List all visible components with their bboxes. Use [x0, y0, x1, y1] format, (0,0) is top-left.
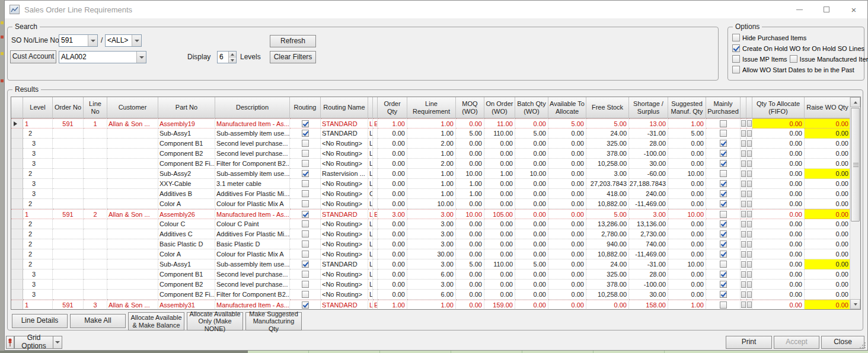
- scroll-up-button[interactable]: [850, 97, 860, 107]
- raise_wo_qty-cell[interactable]: 0.00: [805, 169, 851, 179]
- row-selector[interactable]: [11, 118, 23, 129]
- row-selector[interactable]: [11, 149, 23, 159]
- column-header-batch_qty_wo[interactable]: Batch Qty (WO): [515, 97, 548, 118]
- routing-checkbox[interactable]: [302, 140, 309, 147]
- routing-checkbox[interactable]: [302, 180, 309, 187]
- column-header-line_requirement[interactable]: Line Requirement: [407, 97, 456, 118]
- mainly-purchased-checkbox[interactable]: [720, 200, 727, 207]
- mainly-purchased-checkbox[interactable]: [720, 220, 727, 227]
- table-row[interactable]: 3Component B2 Fi...Filter for Component …: [11, 290, 860, 300]
- column-header-suggested_manuf_qty[interactable]: Suggested Manuf. Qty: [668, 97, 706, 118]
- option-issue-items[interactable]: Issue MP Items Issue Manufactured Items: [732, 55, 868, 63]
- row-selector[interactable]: [11, 259, 23, 269]
- table-row[interactable]: 2Sub-Assy1Sub-assembly item use...STANDA…: [11, 259, 860, 269]
- qty_to_allocate-cell[interactable]: 0.00: [752, 169, 805, 179]
- levels-spinner[interactable]: 6: [217, 51, 237, 63]
- routing-checkbox[interactable]: [302, 240, 309, 248]
- line-no-dropdown-button[interactable]: [132, 35, 141, 46]
- routing-checkbox[interactable]: [302, 211, 309, 218]
- mainly-purchased-checkbox[interactable]: [720, 170, 727, 177]
- table-row[interactable]: 2Color AColour for Plastic Mix A<No Rout…: [11, 199, 860, 209]
- column-header-moq_wo[interactable]: MOQ (WO): [456, 97, 484, 118]
- table-row[interactable]: 2Color AColour for Plastic Mix A<No Rout…: [11, 249, 860, 259]
- routing-checkbox[interactable]: [302, 200, 309, 207]
- table-row[interactable]: 15912Allan & Son ...Assembly26Manufactur…: [11, 209, 860, 219]
- close-button[interactable]: ×: [840, 1, 867, 18]
- spinner-up-button[interactable]: [229, 52, 236, 57]
- row-selector[interactable]: [11, 280, 23, 290]
- routing-checkbox[interactable]: [302, 160, 309, 167]
- vertical-scrollbar[interactable]: [850, 97, 860, 309]
- routing-checkbox[interactable]: [302, 170, 309, 177]
- raise_wo_qty-cell[interactable]: 0.00: [805, 259, 851, 269]
- mainly-purchased-checkbox[interactable]: [720, 130, 727, 137]
- table-row[interactable]: 2Additives CAdditives For Plastic Mi...<…: [11, 229, 860, 239]
- mainly-purchased-checkbox[interactable]: [720, 301, 727, 309]
- make-suggested-manufacturing-qty-button[interactable]: Make Suggested Manufacturing Qty: [245, 312, 302, 330]
- option-hide-purchased[interactable]: Hide Purchased Items: [732, 34, 806, 41]
- grid-options-dropdown-button[interactable]: [53, 336, 62, 349]
- qty_to_allocate-cell[interactable]: 0.00: [752, 179, 805, 189]
- table-row[interactable]: 3Component B2Second level purchase...<No…: [11, 149, 860, 159]
- table-row[interactable]: 2Sub-Assy1Sub-assembly item use...STANDA…: [11, 129, 860, 139]
- row-selector[interactable]: [11, 179, 23, 189]
- mainly-purchased-checkbox[interactable]: [720, 120, 727, 127]
- qty_to_allocate-cell[interactable]: 0.00: [752, 118, 805, 129]
- raise_wo_qty-cell[interactable]: 0.00: [805, 199, 851, 209]
- cust-account-dropdown-button[interactable]: [136, 52, 146, 63]
- qty_to_allocate-cell[interactable]: 0.00: [752, 290, 805, 300]
- row-selector[interactable]: [11, 269, 23, 280]
- column-header-on_order_wo[interactable]: On Order (WO): [484, 97, 515, 118]
- raise_wo_qty-cell[interactable]: 0.00: [805, 249, 851, 259]
- cust-account-combobox[interactable]: ALA002: [59, 51, 146, 63]
- mainly-purchased-checkbox[interactable]: [720, 180, 727, 187]
- hide-purchased-checkbox[interactable]: [732, 34, 740, 41]
- resize-grip[interactable]: [860, 342, 866, 348]
- column-header-customer[interactable]: Customer: [107, 97, 158, 118]
- row-selector[interactable]: [11, 199, 23, 209]
- qty_to_allocate-cell[interactable]: 0.00: [752, 159, 805, 169]
- column-header-routing_name[interactable]: Routing Name: [321, 97, 368, 118]
- raise_wo_qty-cell[interactable]: 0.00: [805, 159, 851, 169]
- minimize-button[interactable]: [786, 1, 813, 18]
- mainly-purchased-checkbox[interactable]: [720, 190, 727, 197]
- mainly-purchased-checkbox[interactable]: [720, 251, 727, 258]
- qty_to_allocate-cell[interactable]: 0.00: [752, 139, 805, 149]
- allow-wo-start-dates-checkbox[interactable]: [732, 66, 740, 73]
- qty_to_allocate-cell[interactable]: 0.00: [752, 199, 805, 209]
- routing-checkbox[interactable]: [302, 230, 309, 238]
- qty_to_allocate-cell[interactable]: 0.00: [752, 229, 805, 239]
- create-on-hold-checkbox[interactable]: [732, 44, 740, 52]
- print-button[interactable]: Print: [726, 336, 772, 349]
- maximize-button[interactable]: [813, 1, 840, 18]
- qty_to_allocate-cell[interactable]: 0.00: [752, 209, 805, 219]
- raise_wo_qty-cell[interactable]: 0.00: [805, 239, 851, 249]
- raise_wo_qty-cell[interactable]: 0.00: [805, 189, 851, 199]
- raise_wo_qty-cell[interactable]: 0.00: [805, 179, 851, 189]
- routing-checkbox[interactable]: [302, 301, 309, 309]
- raise_wo_qty-cell[interactable]: 0.00: [805, 118, 851, 129]
- option-create-on-hold[interactable]: Create On Hold WO for On Hold SO Lines: [732, 44, 864, 52]
- column-header-order_qty[interactable]: Order Qty: [378, 97, 407, 118]
- refresh-button[interactable]: Refresh: [270, 35, 316, 47]
- row-selector[interactable]: [11, 290, 23, 300]
- qty_to_allocate-cell[interactable]: 0.00: [752, 280, 805, 290]
- pin-button[interactable]: [6, 336, 14, 349]
- row-selector[interactable]: [11, 209, 23, 219]
- cust-account-button[interactable]: Cust Account: [10, 50, 56, 63]
- allocate-available-make-balance-button[interactable]: Allocate Available & Make Balance: [128, 312, 184, 330]
- row-selector[interactable]: [11, 229, 23, 239]
- row-selector[interactable]: [11, 169, 23, 179]
- table-row[interactable]: 3Component B2Second level purchase...<No…: [11, 280, 860, 290]
- table-row[interactable]: 3XXY-Cable3.1 meter cable<No Routing>L0.…: [11, 179, 860, 189]
- mainly-purchased-checkbox[interactable]: [720, 211, 727, 218]
- so-no-dropdown-button[interactable]: [88, 35, 97, 46]
- table-row[interactable]: 3Component B1Second level purchase...<No…: [11, 139, 860, 149]
- routing-checkbox[interactable]: [302, 271, 309, 278]
- raise_wo_qty-cell[interactable]: 0.00: [805, 280, 851, 290]
- row-selector[interactable]: [11, 139, 23, 149]
- line-no-combobox[interactable]: <ALL>: [105, 34, 142, 47]
- raise_wo_qty-cell[interactable]: 0.00: [805, 300, 851, 310]
- row-selector[interactable]: [11, 129, 23, 139]
- column-header-raise_wo_qty[interactable]: Raise WO Qty: [805, 97, 851, 118]
